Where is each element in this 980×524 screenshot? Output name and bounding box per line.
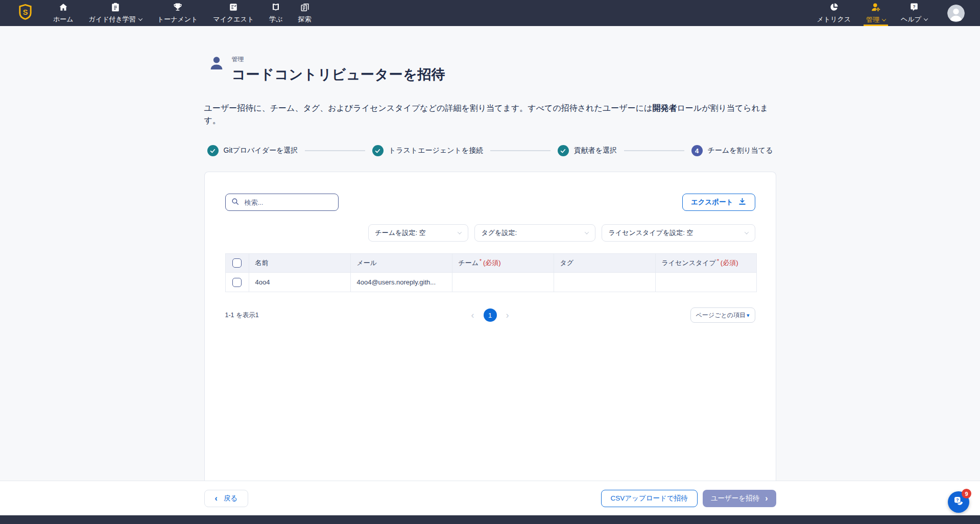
- search-icon: [231, 197, 240, 208]
- step-select-contributors: 貢献者を選択: [558, 145, 617, 156]
- export-button[interactable]: エクスポート: [682, 194, 755, 211]
- step-label: トラストエージェントを接続: [389, 146, 483, 155]
- step-complete-check-icon: [207, 145, 219, 156]
- primary-nav: ホーム ガイド付き学習 トーナメント: [45, 0, 319, 26]
- cell-email: 4oo4@users.noreply.gith...: [350, 273, 452, 292]
- pie-chart-icon: [829, 3, 839, 13]
- step-label: チームを割り当てる: [708, 146, 773, 155]
- nav-item-guided-learning[interactable]: ガイド付き学習: [81, 0, 150, 26]
- stepper: Gitプロバイダーを選択 トラストエージェントを接続 貢献者を選択 4 チームを…: [204, 145, 776, 156]
- chevron-down-icon: [584, 230, 588, 234]
- bulk-assign-filters: チームを設定: 空 タグを設定: ライセンスタイプを設定: 空: [225, 224, 755, 242]
- back-button[interactable]: ‹ 戻る: [204, 490, 249, 507]
- book-icon: [271, 3, 280, 13]
- step-label: 貢献者を選択: [574, 146, 617, 155]
- clipboard-icon: [111, 3, 120, 13]
- notification-badge: 9: [962, 489, 971, 498]
- chevron-down-icon: [457, 230, 461, 234]
- pagination: 1-1 を表示1 ‹ 1 › ページごとの項目 ▾: [225, 307, 755, 323]
- download-icon: [738, 197, 747, 207]
- col-header-email: メール: [350, 254, 452, 273]
- home-icon: [59, 3, 68, 13]
- nav-item-home[interactable]: ホーム: [45, 0, 81, 26]
- step-label: Gitプロバイダーを選択: [224, 146, 298, 155]
- trophy-icon: [173, 3, 182, 13]
- nav-item-admin[interactable]: 管理: [858, 0, 893, 26]
- nav-label: トーナメント: [157, 15, 198, 24]
- nav-item-tournament[interactable]: トーナメント: [150, 0, 206, 26]
- row-checkbox[interactable]: [232, 278, 242, 287]
- chevron-down-icon: [924, 16, 928, 20]
- pager: ‹ 1 ›: [471, 308, 509, 322]
- nav-label: ヘルプ: [901, 15, 921, 24]
- nav-item-explore[interactable]: 探索: [291, 0, 319, 26]
- cell-license[interactable]: [655, 273, 756, 292]
- footer-action-bar: ‹ 戻る CSVアップロードで招待 ユーザーを招待 ›: [0, 481, 980, 515]
- search-input[interactable]: [244, 198, 333, 207]
- page-description: ユーザー招待に、チーム、タグ、およびライセンスタイプなどの詳細を割り当てます。す…: [204, 102, 776, 127]
- items-per-page-button[interactable]: ページごとの項目 ▾: [690, 307, 755, 323]
- breadcrumb: 管理: [232, 55, 446, 64]
- nav-item-learn[interactable]: 学ぶ: [261, 0, 290, 26]
- svg-text:S: S: [23, 8, 28, 16]
- set-license-type-select[interactable]: ライセンスタイプを設定: 空: [602, 224, 755, 242]
- pagination-summary: 1-1 を表示1: [225, 311, 259, 320]
- nav-item-metrics[interactable]: メトリクス: [809, 0, 859, 26]
- shield-logo-icon: S: [18, 4, 32, 22]
- prev-page-button[interactable]: ‹: [471, 311, 474, 320]
- active-tab-underline: [864, 25, 888, 26]
- nav-label: マイクエスト: [213, 15, 254, 24]
- chevron-down-icon: [138, 16, 142, 20]
- set-team-select[interactable]: チームを設定: 空: [368, 224, 468, 242]
- chevron-left-icon: ‹: [215, 494, 218, 503]
- select-all-checkbox[interactable]: [232, 258, 242, 268]
- chevron-down-icon: [882, 17, 886, 21]
- step-complete-check-icon: [558, 145, 569, 156]
- contributors-table: 名前 メール チーム*(必須) タグ ライセンスタイプ*(必須) 4oo4 4o…: [225, 253, 757, 292]
- cell-name: 4oo4: [249, 273, 350, 292]
- step-complete-check-icon: [372, 145, 384, 156]
- top-navbar: S ホーム ガイド付き学習: [0, 0, 980, 26]
- page-header: 管理 コードコントリビューターを招待: [204, 55, 776, 84]
- user-avatar[interactable]: [947, 5, 965, 22]
- card-toolbar: エクスポート: [225, 194, 755, 211]
- nav-item-my-quests[interactable]: マイクエスト: [205, 0, 261, 26]
- secondary-nav: メトリクス 管理: [809, 0, 965, 26]
- chevron-right-icon: ›: [765, 494, 768, 503]
- main-content: 管理 コードコントリビューターを招待 ユーザー招待に、チーム、タグ、およびライセ…: [204, 55, 776, 482]
- nav-label: メトリクス: [817, 15, 851, 24]
- nav-label: 管理: [866, 15, 879, 25]
- svg-text:?: ?: [956, 497, 959, 503]
- nav-label: ガイド付き学習: [89, 15, 136, 24]
- next-page-button[interactable]: ›: [506, 311, 509, 320]
- col-header-team: チーム*(必須): [452, 254, 554, 273]
- step-connector: [305, 150, 365, 151]
- step-number-badge: 4: [691, 145, 703, 156]
- checklist-icon: [229, 3, 238, 13]
- help-chat-button[interactable]: ? 9: [948, 491, 969, 513]
- nav-item-help[interactable]: ? ヘルプ: [893, 0, 935, 26]
- step-select-git-provider: Gitプロバイダーを選択: [207, 145, 298, 156]
- set-tags-select[interactable]: タグを設定:: [474, 224, 595, 242]
- bottom-strip: [0, 515, 980, 524]
- contributor-person-icon: [208, 55, 225, 84]
- svg-text:?: ?: [913, 4, 916, 9]
- app-logo[interactable]: S: [18, 0, 32, 26]
- cell-team[interactable]: [452, 273, 554, 292]
- col-header-license: ライセンスタイプ*(必須): [655, 254, 756, 273]
- nav-label: ホーム: [53, 15, 74, 24]
- cell-tags[interactable]: [554, 273, 655, 292]
- help-icon: ?: [910, 3, 919, 13]
- nav-label: 探索: [298, 15, 312, 24]
- step-connector: [624, 150, 684, 151]
- assign-teams-card: エクスポート チームを設定: 空 タグを設定:: [204, 172, 776, 482]
- chevron-down-icon: [744, 230, 748, 234]
- table-header-row: 名前 メール チーム*(必須) タグ ライセンスタイプ*(必須): [225, 254, 756, 273]
- current-page-button[interactable]: 1: [484, 308, 497, 322]
- invite-via-csv-button[interactable]: CSVアップロードで招待: [601, 490, 698, 507]
- invite-users-button[interactable]: ユーザーを招待 ›: [703, 490, 776, 507]
- step-assign-teams: 4 チームを割り当てる: [691, 145, 773, 156]
- admin-user-gear-icon: [871, 2, 881, 14]
- search-box[interactable]: [225, 194, 339, 211]
- library-icon: [300, 3, 309, 13]
